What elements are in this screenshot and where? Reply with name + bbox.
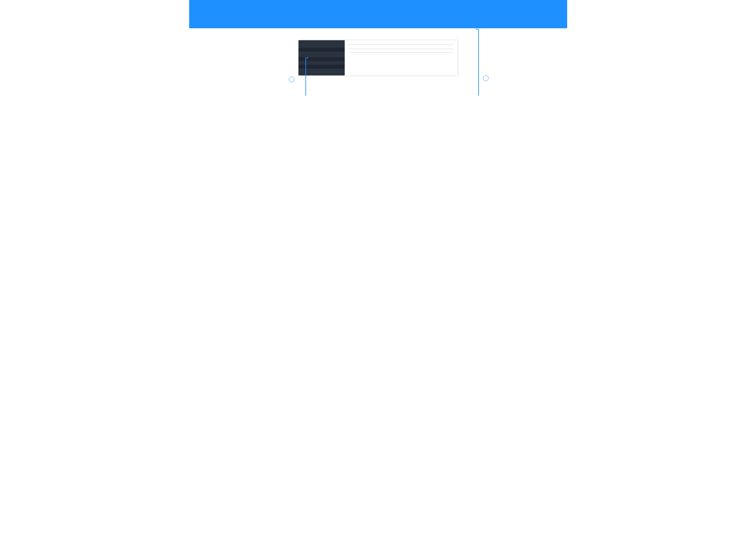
section-heading-experience bbox=[349, 47, 453, 49]
bracket-skills-summary bbox=[476, 29, 479, 96]
annotation-number-badge bbox=[289, 77, 294, 82]
section-heading-education bbox=[349, 51, 453, 52]
section-heading-skills-summary bbox=[349, 43, 453, 45]
resume-card bbox=[299, 40, 457, 75]
annotation-number-badge bbox=[483, 75, 489, 81]
role-label bbox=[299, 44, 345, 48]
diagram-stage bbox=[189, 28, 567, 75]
header-banner bbox=[189, 0, 567, 28]
bracket-contact-info bbox=[305, 58, 309, 96]
resume-main bbox=[345, 40, 457, 75]
sidebar-heading-personal bbox=[299, 48, 345, 52]
annotation-contact-info bbox=[211, 76, 294, 82]
personal-info-block bbox=[299, 52, 345, 57]
name-block bbox=[299, 40, 345, 44]
annotation-skills-summary bbox=[483, 75, 492, 81]
